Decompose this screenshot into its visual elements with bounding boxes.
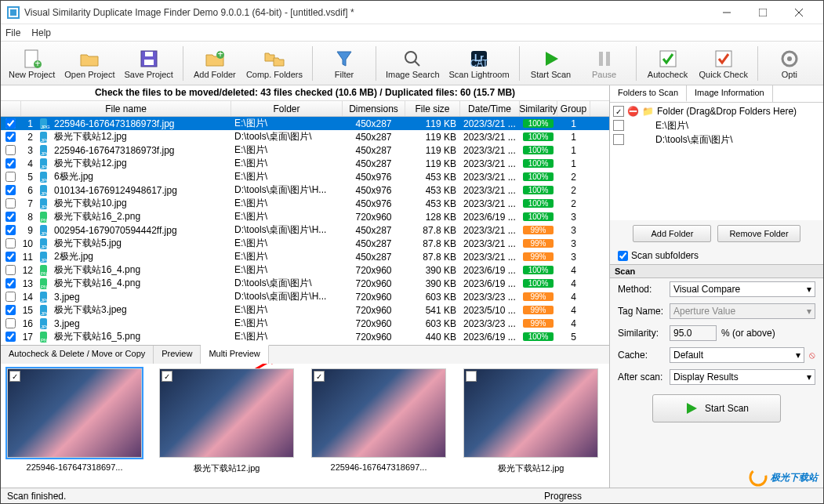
col-datetime[interactable]: Date/Time bbox=[460, 101, 520, 116]
col-group[interactable]: Group bbox=[557, 101, 590, 116]
add-folder-button[interactable]: +Add Folder bbox=[190, 43, 240, 84]
table-row[interactable]: 17 极光下载站16_5.png E:\图片\ 720x960 440 KB 2… bbox=[1, 330, 609, 343]
window-title: Visual Similarity Duplicate Image Finder… bbox=[24, 7, 709, 18]
col-filename[interactable]: File name bbox=[21, 101, 231, 116]
table-row[interactable]: 12 极光下载站16_4.png E:\图片\ 720x960 390 KB 2… bbox=[1, 263, 609, 277]
table-row[interactable]: 2 极光下载站12.jpg D:\tools\桌面\图片\ 450x287 11… bbox=[1, 130, 609, 143]
cache-clear-icon[interactable]: ⦸ bbox=[809, 350, 815, 361]
row-checkbox[interactable] bbox=[5, 172, 16, 182]
row-checkbox[interactable] bbox=[5, 118, 16, 129]
thumb-checkbox[interactable]: ✓ bbox=[314, 371, 325, 382]
table-row[interactable]: 11 2极光.jpg E:\图片\ 450x287 87.8 KB 2023/3… bbox=[1, 250, 609, 263]
tab-image-information[interactable]: Image Information bbox=[687, 85, 773, 102]
maximize-button[interactable] bbox=[745, 1, 781, 24]
method-select[interactable]: Visual Compare▾ bbox=[670, 281, 815, 297]
row-checkbox[interactable] bbox=[5, 265, 16, 275]
tab-multi-preview[interactable]: Multi Preview bbox=[201, 345, 268, 364]
add-folder-button-right[interactable]: Add Folder bbox=[633, 225, 711, 242]
thumb-checkbox[interactable] bbox=[466, 371, 477, 382]
remove-folder-button[interactable]: Remove Folder bbox=[717, 225, 800, 242]
autocheck-button[interactable]: Autocheck bbox=[643, 43, 693, 84]
table-row[interactable]: 4 极光下载站12.jpg E:\图片\ 450x287 119 KB 2023… bbox=[1, 157, 609, 170]
thumb-filename: 225946-167647318697... bbox=[27, 462, 123, 472]
table-row[interactable]: 14 3.jpeg D:\tools\桌面\图片\H... 720x960 60… bbox=[1, 290, 609, 303]
grid-body[interactable]: 1 225946-1676473186973f.jpg E:\图片\ 450x2… bbox=[1, 117, 609, 345]
row-checkbox[interactable] bbox=[5, 305, 16, 315]
folder-row[interactable]: E:\图片\ bbox=[612, 118, 822, 132]
open-project-button[interactable]: Open Project bbox=[61, 43, 118, 84]
row-checkbox[interactable] bbox=[5, 252, 16, 262]
filetype-icon bbox=[40, 292, 47, 303]
thumbnail[interactable]: ✓225946-167647318697... bbox=[310, 368, 448, 483]
col-filesize[interactable]: File size bbox=[405, 101, 460, 116]
row-checkbox[interactable] bbox=[5, 132, 16, 142]
table-row[interactable]: 8 极光下载站16_2.png E:\图片\ 720x960 128 KB 20… bbox=[1, 210, 609, 223]
row-checkbox[interactable] bbox=[5, 278, 16, 288]
tagname-label: Tag Name: bbox=[618, 306, 665, 317]
table-row[interactable]: 10 极光下载站5.jpg E:\图片\ 450x287 87.8 KB 202… bbox=[1, 237, 609, 250]
row-checkbox[interactable] bbox=[5, 198, 16, 208]
row-checkbox[interactable] bbox=[5, 185, 16, 195]
col-folder[interactable]: Folder bbox=[231, 101, 343, 116]
table-row[interactable]: 5 6极光.jpg E:\图片\ 450x976 453 KB 2023/3/2… bbox=[1, 170, 609, 183]
folder-checkbox[interactable]: ✓ bbox=[613, 106, 624, 117]
thumb-checkbox[interactable]: ✓ bbox=[9, 371, 20, 382]
quick-check-button[interactable]: Quick Check bbox=[696, 43, 751, 84]
save-project-button[interactable]: Save Project bbox=[122, 43, 176, 84]
table-row[interactable]: 3 225946-1676473186973f.jpg E:\图片\ 450x2… bbox=[1, 143, 609, 157]
filter-button[interactable]: Filter bbox=[319, 43, 369, 84]
tab-autocheck[interactable]: Autocheck & Delete / Move or Copy bbox=[1, 346, 154, 364]
start-scan-button-right[interactable]: Start Scan bbox=[652, 394, 781, 422]
table-row[interactable]: 15 极光下载站3.jpeg E:\图片\ 720x960 541 KB 202… bbox=[1, 303, 609, 317]
scan-subfolders-checkbox[interactable] bbox=[618, 251, 628, 261]
afterscan-select[interactable]: Display Results▾ bbox=[670, 369, 815, 385]
table-row[interactable]: 1 225946-1676473186973f.jpg E:\图片\ 450x2… bbox=[1, 117, 609, 130]
thumbnail[interactable]: 极光下载站12.jpg bbox=[462, 368, 600, 483]
tab-preview[interactable]: Preview bbox=[154, 346, 201, 364]
menu-file[interactable]: File bbox=[5, 27, 20, 38]
col-check[interactable] bbox=[1, 101, 21, 116]
folder-row[interactable]: D:\tools\桌面\图片\ bbox=[612, 132, 822, 147]
scan-lightroom-button[interactable]: LrCATScan Lightroom bbox=[446, 43, 513, 84]
table-row[interactable]: 16 3.jpeg E:\图片\ 720x960 603 KB 2023/3/2… bbox=[1, 317, 609, 330]
new-project-button[interactable]: +New Project bbox=[5, 43, 58, 84]
tab-folders-to-scan[interactable]: Folders to Scan bbox=[610, 85, 687, 102]
folder-list[interactable]: ✓ ⛔ 📁 Folder (Drag&Drop Folders Here) E:… bbox=[610, 103, 823, 220]
table-row[interactable]: 6 010134-16769124948617.jpg D:\tools\桌面\… bbox=[1, 183, 609, 197]
comp-folders-button[interactable]: Comp. Folders bbox=[243, 43, 306, 84]
minimize-button[interactable] bbox=[709, 1, 745, 24]
image-search-button[interactable]: Image Search bbox=[383, 43, 442, 84]
menu-help[interactable]: Help bbox=[31, 27, 51, 38]
afterscan-label: After scan: bbox=[618, 372, 665, 383]
row-checkbox[interactable] bbox=[5, 292, 16, 302]
folder-checkbox[interactable] bbox=[613, 134, 624, 145]
row-checkbox[interactable] bbox=[5, 158, 16, 169]
filetype-icon bbox=[40, 118, 47, 129]
thumb-checkbox[interactable]: ✓ bbox=[162, 371, 172, 382]
similarity-spinner[interactable]: 95.0 bbox=[670, 325, 717, 341]
table-row[interactable]: 9 002954-1679070594442ff.jpg D:\tools\桌面… bbox=[1, 223, 609, 237]
row-checkbox[interactable] bbox=[5, 238, 16, 248]
thumbnail[interactable]: ✓极光下载站12.jpg bbox=[158, 368, 296, 483]
folder-row[interactable]: ✓ ⛔ 📁 Folder (Drag&Drop Folders Here) bbox=[612, 104, 822, 118]
filetype-icon bbox=[40, 252, 47, 263]
col-dimensions[interactable]: Dimensions bbox=[343, 101, 405, 116]
filetype-icon bbox=[40, 238, 47, 249]
row-checkbox[interactable] bbox=[5, 318, 16, 328]
folder-checkbox[interactable] bbox=[613, 120, 624, 131]
col-similarity[interactable]: Similarity bbox=[520, 101, 557, 116]
thumbnail[interactable]: ✓225946-167647318697... bbox=[5, 368, 143, 483]
row-checkbox[interactable] bbox=[5, 212, 16, 222]
cache-select[interactable]: Default▾ bbox=[670, 347, 804, 363]
table-row[interactable]: 13 极光下载站16_4.png D:\tools\桌面\图片\ 720x960… bbox=[1, 277, 609, 290]
options-button[interactable]: Opti bbox=[764, 43, 815, 84]
toolbar: +New Project Open Project Save Project +… bbox=[1, 42, 823, 85]
row-checkbox[interactable] bbox=[5, 145, 16, 155]
row-checkbox[interactable] bbox=[5, 225, 16, 235]
table-row[interactable]: 7 极光下载站10.jpg E:\图片\ 450x976 453 KB 2023… bbox=[1, 197, 609, 210]
pause-button[interactable]: Pause bbox=[579, 43, 630, 84]
row-checkbox[interactable] bbox=[5, 332, 16, 342]
start-scan-button[interactable]: Start Scan bbox=[526, 43, 576, 84]
thumb-filename: 极光下载站12.jpg bbox=[194, 462, 260, 474]
close-button[interactable] bbox=[781, 1, 817, 24]
